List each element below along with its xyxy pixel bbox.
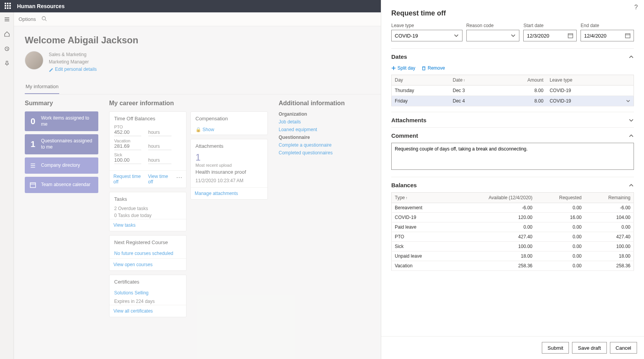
col-available[interactable]: Available (12/4/2020) xyxy=(450,193,536,203)
cell-date: Dec 3 xyxy=(450,85,508,96)
tile-team-absence[interactable]: Team absence calendar xyxy=(25,177,98,193)
chevron-down-icon xyxy=(626,99,630,103)
col-amount[interactable]: Amount xyxy=(508,75,546,85)
tab-my-information[interactable]: My information xyxy=(25,81,59,94)
view-time-off-link[interactable]: View time off xyxy=(148,174,171,185)
col-requested[interactable]: Requested xyxy=(536,193,585,203)
submit-button[interactable]: Submit xyxy=(542,342,569,354)
more-icon[interactable]: ⋯ xyxy=(176,174,182,185)
start-date-input[interactable]: 12/3/2020 xyxy=(523,30,577,41)
svg-rect-15 xyxy=(625,34,630,38)
tasks-overdue: 2 Overdue tasks xyxy=(110,205,186,212)
manage-attach-link[interactable]: Manage attachments xyxy=(195,191,238,196)
col-date[interactable]: Date↑ xyxy=(450,75,508,85)
cell-type: PTO xyxy=(392,232,450,242)
avatar xyxy=(25,51,43,70)
col-type[interactable]: Type↑ xyxy=(392,193,450,203)
svg-rect-13 xyxy=(568,34,573,38)
balances-heading: Balances xyxy=(391,182,417,188)
complete-quest-link[interactable]: Complete a questionnaire xyxy=(279,142,348,148)
profile-role: Marketing Manager xyxy=(49,58,97,66)
tile-questionnaires[interactable]: 1 Questionnaires assigned to me xyxy=(25,134,98,154)
card-time-off: Time Off Balances PTO452.00hours Vacatio… xyxy=(109,111,187,188)
cell-available: 427.40 xyxy=(450,232,536,242)
dates-heading: Dates xyxy=(391,53,407,60)
profile-dept: Sales & Marketing xyxy=(49,51,97,58)
col-leave-type[interactable]: Leave type xyxy=(546,75,634,85)
table-row[interactable]: Friday Dec 4 8.00 COVID-19 xyxy=(392,96,634,106)
recent-icon[interactable] xyxy=(2,44,12,53)
cell-type: Unpaid leave xyxy=(392,251,450,261)
calendar-icon xyxy=(625,33,630,38)
loaned-link[interactable]: Loaned equipment xyxy=(279,127,348,132)
table-row: Bereavement -6.00 0.00 -6.00 xyxy=(392,203,634,213)
pencil-icon xyxy=(49,67,53,72)
svg-point-6 xyxy=(42,16,46,20)
cell-requested: 0.00 xyxy=(536,251,585,261)
summary-heading: Summary xyxy=(25,100,98,107)
end-date-input[interactable]: 12/4/2020 xyxy=(581,30,634,41)
job-details-link[interactable]: Job details xyxy=(279,119,348,125)
cell-remaining: 0.00 xyxy=(585,222,634,232)
balances-section-header[interactable]: Balances xyxy=(391,177,634,192)
tile-company-directory[interactable]: Company directory xyxy=(25,157,98,174)
profile-info: Sales & Marketing Marketing Manager Edit… xyxy=(49,51,97,74)
options-button[interactable]: Options xyxy=(19,16,36,22)
help-icon[interactable]: ? xyxy=(634,4,638,11)
view-courses-link[interactable]: View open courses xyxy=(113,262,152,267)
dates-section-header[interactable]: Dates xyxy=(391,48,634,64)
card-attachments: Attachments 1 Most recent upload Health … xyxy=(190,139,268,200)
comment-section-header[interactable]: Comment xyxy=(391,127,634,143)
save-draft-button[interactable]: Save draft xyxy=(572,342,606,354)
show-label: Show xyxy=(202,127,214,132)
cert-name[interactable]: Solutions Selling xyxy=(110,288,186,298)
card-course: Next Registered Course No future courses… xyxy=(109,235,187,271)
tile-count: 1 xyxy=(29,139,36,149)
home-icon[interactable] xyxy=(2,29,12,39)
col-day[interactable]: Day xyxy=(392,75,450,85)
card-title: Next Registered Course xyxy=(110,236,186,248)
col-remaining[interactable]: Remaining xyxy=(585,193,634,203)
leave-type-label: Leave type xyxy=(391,23,462,28)
org-heading: Organization xyxy=(279,111,348,117)
svg-line-7 xyxy=(45,19,46,21)
view-tasks-link[interactable]: View tasks xyxy=(113,222,135,228)
chevron-down-icon xyxy=(454,33,459,38)
card-title: Certificates xyxy=(110,275,186,288)
request-time-off-link[interactable]: Request time off xyxy=(113,174,143,185)
cell-leave-type[interactable]: COVID-19 xyxy=(546,85,634,96)
cancel-button[interactable]: Cancel xyxy=(610,342,637,354)
leave-type-select[interactable]: COVID-19 xyxy=(391,30,462,41)
waffle-icon[interactable] xyxy=(5,3,12,10)
view-certs-link[interactable]: View all certificates xyxy=(113,308,153,314)
plus-icon xyxy=(391,66,396,70)
list-icon xyxy=(29,162,36,169)
edit-personal-link[interactable]: Edit personal details xyxy=(49,66,97,73)
tile-label: Questionnaires assigned to me xyxy=(41,138,94,150)
cell-leave-type[interactable]: COVID-19 xyxy=(546,96,634,106)
cell-requested: 0.00 xyxy=(536,222,585,232)
tile-work-items[interactable]: 0 Work items assigned to me xyxy=(25,111,98,131)
cell-type: Vacation xyxy=(392,261,450,271)
quest-heading: Questionnaire xyxy=(279,135,348,140)
reason-select[interactable] xyxy=(466,30,520,41)
additional-column: Additional information Organization Job … xyxy=(279,100,348,321)
tile-count: 0 xyxy=(29,116,36,127)
remove-button[interactable]: Remove xyxy=(421,65,445,71)
table-row: Vacation 258.36 0.00 258.36 xyxy=(392,261,634,271)
app-title: Human Resources xyxy=(17,3,65,9)
show-comp-link[interactable]: 🔒 Show xyxy=(191,125,267,135)
attachments-section-header[interactable]: Attachments xyxy=(391,112,634,127)
card-tasks: Tasks 2 Overdue tasks 0 Tasks due today … xyxy=(109,192,187,231)
table-row: Paid leave 0.00 0.00 0.00 xyxy=(392,222,634,232)
menu-icon[interactable] xyxy=(2,15,12,24)
cell-available: 18.00 xyxy=(450,251,536,261)
split-label: Split day xyxy=(397,65,415,71)
table-row[interactable]: Thursday Dec 3 8.00 COVID-19 xyxy=(392,85,634,96)
filter-icon[interactable] xyxy=(41,16,47,23)
card-title: Tasks xyxy=(110,192,186,205)
pinned-icon[interactable] xyxy=(2,59,12,68)
comment-textarea[interactable] xyxy=(391,143,634,170)
split-day-button[interactable]: Split day xyxy=(391,65,415,71)
completed-quest-link[interactable]: Completed questionnaires xyxy=(279,150,348,156)
